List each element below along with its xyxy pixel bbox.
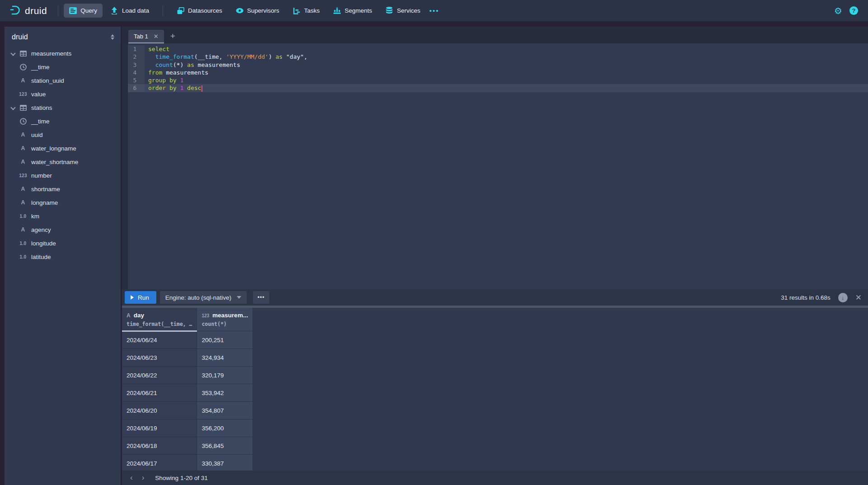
text-cursor: [202, 85, 202, 92]
string-type-icon: A: [18, 77, 28, 84]
cell-measurements[interactable]: 354,807: [197, 402, 253, 419]
results-table: A day time_format(__time, …123 measurem.…: [122, 308, 253, 471]
nav-divider: [163, 5, 163, 16]
cell-measurements[interactable]: 356,200: [197, 419, 253, 437]
column-header-measurem-[interactable]: 123 measurem... count(*): [197, 308, 253, 331]
column-header-day[interactable]: A day time_format(__time, …: [122, 308, 197, 331]
druid-logo[interactable]: druid: [6, 4, 52, 18]
tree-table-stations[interactable]: stations: [5, 101, 121, 114]
download-icon[interactable]: ↓: [838, 293, 848, 302]
run-button[interactable]: Run: [125, 291, 156, 304]
nav-item-tasks[interactable]: Tasks: [287, 4, 325, 18]
database-icon: [385, 7, 393, 14]
code-line-2[interactable]: 2 time_format(__time, 'YYYY/MM/dd') as "…: [128, 53, 868, 61]
help-icon[interactable]: ?: [849, 6, 858, 15]
nav-item-datasources[interactable]: Datasources: [171, 4, 228, 18]
cell-day[interactable]: 2024/06/22: [122, 367, 197, 384]
cell-day[interactable]: 2024/06/23: [122, 349, 197, 367]
prev-page-icon[interactable]: ‹: [126, 473, 137, 482]
nav-item-query[interactable]: Query: [64, 4, 103, 18]
tree-column-longitude[interactable]: 1.0 longitude: [5, 236, 121, 250]
nav-item-load-data[interactable]: Load data: [105, 4, 155, 18]
cell-measurements[interactable]: 330,387: [197, 455, 253, 471]
table-row: 2024/06/21353,942: [122, 384, 253, 402]
cell-day[interactable]: 2024/06/18: [122, 437, 197, 455]
cell-measurements[interactable]: 356,845: [197, 437, 253, 455]
tree-column-station_uuid[interactable]: A station_uuid: [5, 74, 121, 87]
tab-bar: Tab 1 ✕ +: [122, 27, 868, 43]
number-type-icon: 123: [18, 92, 28, 97]
tree-column-value[interactable]: 123 value: [5, 87, 121, 101]
tree-column-latitude[interactable]: 1.0 latitude: [5, 250, 121, 264]
schema-header: druid: [5, 27, 121, 46]
tree-column-number[interactable]: 123 number: [5, 169, 121, 182]
code-line-1[interactable]: 1select: [128, 45, 868, 53]
play-icon: [131, 295, 134, 300]
float-type-icon: 1.0: [18, 241, 28, 246]
tree-column-uuid[interactable]: A uuid: [5, 128, 121, 141]
nav-divider: [58, 5, 58, 16]
next-page-icon[interactable]: ›: [137, 473, 149, 482]
column-type-icon: A: [127, 312, 131, 319]
table-icon: [18, 51, 28, 57]
tree-column-__time[interactable]: __time: [5, 60, 121, 74]
cell-day[interactable]: 2024/06/21: [122, 384, 197, 402]
tree-column-__time[interactable]: __time: [5, 114, 121, 128]
sql-editor[interactable]: 1select2 time_format(__time, 'YYYY/MM/dd…: [122, 43, 868, 289]
code-line-6[interactable]: 6order by 1 desc: [128, 84, 868, 92]
close-results-icon[interactable]: ✕: [855, 293, 862, 302]
tree-column-shortname[interactable]: A shortname: [5, 182, 121, 196]
add-tab-button[interactable]: +: [170, 31, 175, 41]
tree-column-water_shortname[interactable]: A water_shortname: [5, 155, 121, 169]
schema-name[interactable]: druid: [12, 33, 28, 41]
code-line-4[interactable]: 4from measurements: [128, 69, 868, 76]
gear-icon[interactable]: ⚙: [834, 6, 842, 15]
chevron-down-icon[interactable]: [11, 105, 15, 110]
tab-1[interactable]: Tab 1 ✕: [128, 30, 164, 43]
float-type-icon: 1.0: [18, 254, 28, 259]
nav-item-supervisors[interactable]: Supervisors: [230, 4, 285, 18]
query-more-button[interactable]: •••: [253, 291, 269, 304]
cell-measurements[interactable]: 324,934: [197, 349, 253, 367]
line-number: 1: [128, 45, 145, 53]
tree-column-agency[interactable]: A agency: [5, 223, 121, 236]
nav-more-button[interactable]: •••: [426, 4, 443, 17]
string-type-icon: A: [18, 226, 28, 233]
pagination-label: Showing 1-20 of 31: [155, 475, 207, 481]
nav-item-services[interactable]: Services: [380, 4, 426, 18]
string-type-icon: A: [18, 159, 28, 165]
schema-tree: measurements __time A station_uuid 123 v…: [5, 47, 121, 264]
table-row: 2024/06/23324,934: [122, 349, 253, 367]
bar-chart-icon: [333, 7, 341, 14]
cell-day[interactable]: 2024/06/19: [122, 419, 197, 437]
tree-column-km[interactable]: 1.0 km: [5, 209, 121, 223]
cell-measurements[interactable]: 200,251: [197, 331, 253, 349]
code-lines: 1select2 time_format(__time, 'YYYY/MM/dd…: [128, 45, 868, 92]
cell-day[interactable]: 2024/06/20: [122, 402, 197, 419]
tree-column-longname[interactable]: A longname: [5, 196, 121, 209]
nav-item-segments[interactable]: Segments: [328, 4, 378, 18]
cell-measurements[interactable]: 353,942: [197, 384, 253, 402]
line-number: 4: [128, 69, 145, 76]
code-line-5[interactable]: 5group by 1: [128, 76, 868, 84]
line-number: 6: [128, 84, 145, 92]
column-expression: time_format(__time, …: [127, 321, 192, 327]
cell-day[interactable]: 2024/06/24: [122, 331, 197, 349]
table-icon: [18, 105, 28, 111]
line-number: 3: [128, 61, 145, 69]
code-line-3[interactable]: 3 count(*) as measurements: [128, 61, 868, 69]
eye-icon: [236, 7, 244, 14]
chevron-down-icon[interactable]: [11, 51, 15, 56]
column-name: measurem...: [212, 312, 248, 319]
tree-column-water_longname[interactable]: A water_longname: [5, 141, 121, 155]
sort-toggle-icon[interactable]: [111, 34, 114, 40]
druid-logo-icon: [9, 4, 21, 18]
query-workspace: Tab 1 ✕ + 1select2 time_format(__time, '…: [122, 27, 868, 485]
cell-day[interactable]: 2024/06/17: [122, 455, 197, 471]
tab-close-icon[interactable]: ✕: [154, 33, 159, 40]
run-bar: Run Engine: auto (sql-native) ••• 31 res…: [122, 289, 868, 306]
cell-measurements[interactable]: 320,179: [197, 367, 253, 384]
tasks-icon: [293, 7, 300, 14]
tree-table-measurements[interactable]: measurements: [5, 47, 121, 60]
engine-select[interactable]: Engine: auto (sql-native): [160, 291, 247, 304]
